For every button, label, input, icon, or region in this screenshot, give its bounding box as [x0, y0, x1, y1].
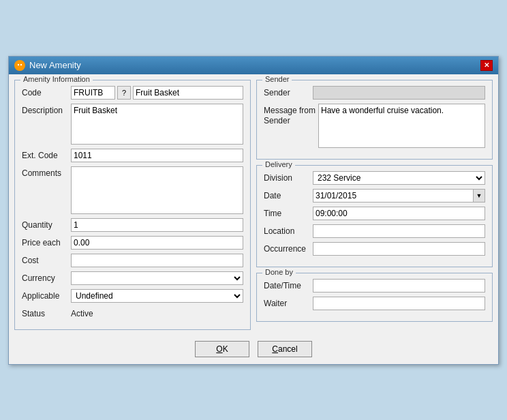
cost-row: Cost — [22, 254, 243, 267]
ok-label: OK — [216, 344, 228, 354]
code-label: Code — [22, 86, 71, 97]
time-label: Time — [264, 207, 313, 218]
applicable-select[interactable]: Undefined Option1 Option2 — [71, 289, 243, 303]
ext-code-row: Ext. Code — [22, 149, 243, 162]
svg-point-1 — [18, 63, 19, 65]
comments-row: Comments — [22, 166, 243, 214]
message-label: Message fromSender — [264, 104, 318, 127]
cost-label: Cost — [22, 254, 71, 265]
footer: OK Cancel — [9, 335, 498, 364]
time-row: Time — [264, 207, 485, 220]
comments-label: Comments — [22, 166, 71, 178]
sender-input[interactable] — [313, 86, 485, 100]
amenity-info-title: Amenity Information — [20, 75, 93, 83]
quantity-row: Quantity — [22, 218, 243, 232]
sender-label: Sender — [264, 86, 313, 97]
price-each-row: Price each — [22, 236, 243, 250]
currency-select[interactable] — [71, 271, 243, 285]
cost-input[interactable] — [71, 254, 243, 267]
location-label: Location — [264, 224, 313, 236]
location-row: Location — [264, 224, 485, 238]
waiter-input[interactable] — [313, 297, 485, 310]
code-lookup-button[interactable]: ? — [117, 86, 131, 100]
ok-button[interactable]: OK — [195, 341, 249, 357]
done-by-title: Done by — [262, 268, 296, 276]
app-icon — [14, 60, 25, 71]
price-each-input[interactable] — [71, 236, 243, 250]
code-input[interactable] — [71, 86, 115, 100]
window-title: New Amenity — [29, 60, 81, 70]
delivery-group-title: Delivery — [262, 160, 295, 168]
main-content: Amenity Information Code ? Description F… — [9, 74, 498, 335]
price-each-label: Price each — [22, 236, 71, 247]
titlebar: New Amenity ✕ — [9, 57, 498, 74]
date-label: Date — [264, 189, 313, 200]
left-panel: Amenity Information Code ? Description F… — [14, 80, 251, 330]
currency-label: Currency — [22, 271, 71, 283]
cancel-label: Cancel — [272, 344, 297, 354]
svg-point-2 — [20, 63, 22, 65]
cancel-button[interactable]: Cancel — [258, 341, 312, 357]
quantity-label: Quantity — [22, 218, 71, 230]
description-row: Description Fruit Basket — [22, 104, 243, 145]
right-panel: Sender Sender Message fromSender Have a … — [256, 80, 493, 330]
date-picker-button[interactable]: ▼ — [473, 189, 485, 202]
waiter-label: Waiter — [264, 297, 313, 308]
date-row: Date ▼ — [264, 189, 485, 202]
sender-group-title: Sender — [262, 75, 292, 83]
done-datetime-row: Date/Time — [264, 279, 485, 292]
message-row: Message fromSender Have a wonderful crui… — [264, 104, 485, 148]
status-label: Status — [22, 307, 71, 318]
code-input-group: ? — [71, 86, 243, 100]
message-input[interactable]: Have a wonderful cruise vacation. — [318, 104, 485, 148]
occurrence-input[interactable] — [313, 242, 485, 256]
done-datetime-input[interactable] — [313, 279, 485, 292]
division-label: Division — [264, 171, 313, 183]
svg-point-0 — [16, 62, 23, 69]
amenity-info-group: Amenity Information Code ? Description F… — [14, 80, 251, 330]
close-button[interactable]: ✕ — [480, 60, 493, 71]
quantity-input[interactable] — [71, 218, 243, 232]
time-input[interactable] — [313, 207, 485, 220]
waiter-row: Waiter — [264, 297, 485, 310]
division-select[interactable]: 232 Service Other — [313, 171, 485, 185]
occurrence-row: Occurrence — [264, 242, 485, 256]
occurrence-label: Occurrence — [264, 242, 313, 254]
delivery-group: Delivery Division 232 Service Other Date… — [256, 165, 493, 267]
division-row: Division 232 Service Other — [264, 171, 485, 185]
sender-row: Sender — [264, 86, 485, 100]
currency-row: Currency — [22, 271, 243, 285]
titlebar-left: New Amenity — [14, 60, 81, 71]
date-input-container: ▼ — [313, 189, 485, 202]
code-description-input[interactable] — [133, 86, 243, 100]
date-input[interactable] — [313, 189, 473, 202]
code-row: Code ? — [22, 86, 243, 100]
sender-group: Sender Sender Message fromSender Have a … — [256, 80, 493, 160]
location-input[interactable] — [313, 224, 485, 238]
main-window: New Amenity ✕ Amenity Information Code ? — [8, 56, 499, 365]
ext-code-input[interactable] — [71, 149, 243, 162]
done-by-group: Done by Date/Time Waiter — [256, 273, 493, 322]
description-input[interactable]: Fruit Basket — [71, 104, 243, 145]
status-row: Status Active — [22, 307, 243, 318]
description-label: Description — [22, 104, 71, 115]
applicable-row: Applicable Undefined Option1 Option2 — [22, 289, 243, 303]
applicable-label: Applicable — [22, 289, 71, 301]
comments-input[interactable] — [71, 166, 243, 214]
ext-code-label: Ext. Code — [22, 149, 71, 160]
done-datetime-label: Date/Time — [264, 279, 313, 290]
status-value: Active — [71, 307, 93, 318]
